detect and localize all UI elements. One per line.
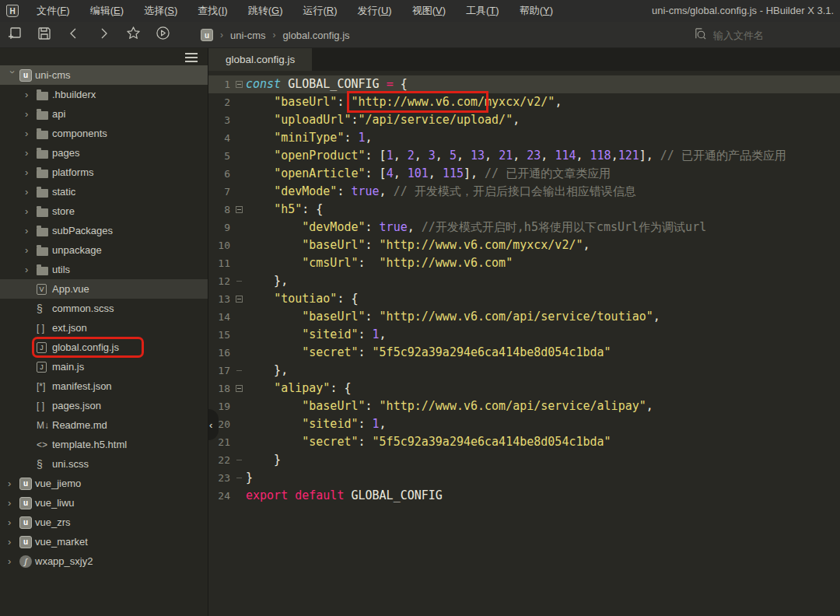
tree-item-global-config-js[interactable]: Jglobal.config.js <box>0 338 208 357</box>
code-line-4[interactable]: 4 "miniType": 1, <box>208 129 840 147</box>
project-vue-market[interactable]: ›uvue_market <box>0 532 208 551</box>
tree-item-store[interactable]: ›store <box>0 201 208 221</box>
chevron-right-icon[interactable]: › <box>8 497 19 509</box>
code-line-12[interactable]: 12 }, <box>208 272 840 290</box>
code-line-10[interactable]: 10 "baseUrl": "http://www.v6.com/myxcx/v… <box>208 236 840 254</box>
fold-marker[interactable] <box>232 380 246 397</box>
breadcrumb-project[interactable]: uni-cms <box>230 30 266 41</box>
code-line-13[interactable]: 13 "toutiao": { <box>208 290 840 308</box>
menu-item-edit[interactable]: 编辑(E) <box>80 0 134 22</box>
menu-item-tools[interactable]: 工具(T) <box>456 0 509 22</box>
menu-item-view[interactable]: 视图(V) <box>402 0 456 22</box>
fold-marker[interactable] <box>232 201 246 219</box>
menu-item-select[interactable]: 选择(S) <box>134 0 187 22</box>
code-line-20[interactable]: 20 "siteid": 1, <box>208 415 840 433</box>
fold-marker[interactable] <box>232 75 246 93</box>
code-line-8[interactable]: 8 "h5": { <box>208 201 840 219</box>
tree-item-utils[interactable]: ›utils <box>0 260 208 279</box>
chevron-right-icon[interactable]: › <box>8 536 19 548</box>
fold-marker[interactable] <box>232 362 246 380</box>
tab-global-config-js[interactable]: global.config.js <box>208 48 312 71</box>
search-input[interactable] <box>713 30 814 41</box>
chevron-right-icon[interactable]: › <box>25 89 37 100</box>
fold-marker[interactable] <box>232 469 246 487</box>
project-vue-liwu[interactable]: ›uvue_liwu <box>0 493 208 513</box>
chevron-right-icon[interactable]: › <box>25 205 37 217</box>
tree-item-template-h5-html[interactable]: <>template.h5.html <box>0 435 208 454</box>
code-line-15[interactable]: 15 "siteid": 1, <box>208 326 840 344</box>
code-line-9[interactable]: 9 "devMode": true, //开发模式开启时,h5将使用以下cmsU… <box>208 219 840 236</box>
breadcrumb-file[interactable]: global.config.js <box>283 30 350 41</box>
back-button[interactable] <box>59 22 89 48</box>
tree-item-static[interactable]: ›static <box>0 182 208 201</box>
tree-item-components[interactable]: ›components <box>0 124 208 143</box>
project-wxapp-sxjy2[interactable]: ›ʃwxapp_sxjy2 <box>0 551 208 571</box>
chevron-right-icon[interactable]: › <box>8 478 19 489</box>
tree-item-common-scss[interactable]: §common.scss <box>0 299 208 318</box>
tree-item-uni-scss[interactable]: §uni.scss <box>0 454 208 474</box>
code-line-14[interactable]: 14 "baseUrl": "http://www.v6.com/api/ser… <box>208 308 840 326</box>
code-line-3[interactable]: 3 "uploadUrl":"/api/service/upload/", <box>208 111 840 129</box>
menu-item-run[interactable]: 运行(R) <box>292 0 347 22</box>
chevron-right-icon[interactable]: › <box>25 166 37 178</box>
menu-item-file[interactable]: 文件(F) <box>26 0 80 22</box>
file-search[interactable] <box>694 26 834 44</box>
code-line-6[interactable]: 6 "openArticle": [4, 101, 115], // 已开通的文… <box>208 165 840 183</box>
save-button[interactable] <box>30 22 59 48</box>
fold-marker[interactable] <box>232 272 246 290</box>
forward-button[interactable] <box>89 22 118 48</box>
code-editor[interactable]: global.config.js 1const GLOBAL_CONFIG = … <box>208 48 840 616</box>
tree-item-main-js[interactable]: Jmain.js <box>0 357 208 376</box>
tree-item-api[interactable]: ›api <box>0 104 208 124</box>
tree-item-app-vue[interactable]: VApp.vue <box>0 279 208 299</box>
code-line-17[interactable]: 17 }, <box>208 362 840 380</box>
code-line-19[interactable]: 19 "baseUrl": "http://www.v6.com/api/ser… <box>208 397 840 415</box>
chevron-down-icon[interactable]: › <box>7 71 19 82</box>
tree-item-pages-json[interactable]: [ ]pages.json <box>0 396 208 415</box>
code-line-5[interactable]: 5 "openProduct": [1, 2, 3, 5, 13, 21, 23… <box>208 147 840 165</box>
favorite-button[interactable] <box>118 22 148 48</box>
menu-item-publish[interactable]: 发行(U) <box>348 0 402 22</box>
code-line-1[interactable]: 1const GLOBAL_CONFIG = { <box>208 75 840 93</box>
code-area[interactable]: 1const GLOBAL_CONFIG = {2 "baseUrl": "ht… <box>208 71 840 505</box>
menu-item-help[interactable]: 帮助(Y) <box>509 0 563 22</box>
code-line-18[interactable]: 18 "alipay": { <box>208 380 840 397</box>
chevron-right-icon[interactable]: › <box>25 225 37 236</box>
tree-item-ext-json[interactable]: [ ]ext.json <box>0 318 208 338</box>
sidebar-menu-button[interactable] <box>185 53 198 65</box>
chevron-right-icon[interactable]: › <box>25 128 37 139</box>
tree-root-uni-cms[interactable]: ›uuni-cms <box>0 65 208 85</box>
run-button[interactable] <box>148 22 177 48</box>
fold-marker[interactable] <box>232 290 246 308</box>
code-line-23[interactable]: 23} <box>208 469 840 487</box>
code-line-7[interactable]: 7 "devMode": true, // 开发模式，开启后接口会输出相应错误信… <box>208 183 840 201</box>
project-vue-jiemo[interactable]: ›uvue_jiemo <box>0 474 208 493</box>
chevron-right-icon[interactable]: › <box>8 555 19 567</box>
new-file-button[interactable] <box>0 22 30 48</box>
chevron-right-icon[interactable]: › <box>25 244 37 256</box>
menu-item-find[interactable]: 查找(I) <box>187 0 237 22</box>
tree-item-readme-md[interactable]: M↓Readme.md <box>0 415 208 435</box>
tree-item-manifest-json[interactable]: [*]manifest.json <box>0 376 208 396</box>
menu-item-goto[interactable]: 跳转(G) <box>238 0 293 22</box>
tree-item-subpackages[interactable]: ›subPackages <box>0 221 208 240</box>
tree-item-label: common.scss <box>52 303 114 314</box>
chevron-right-icon[interactable]: › <box>25 186 37 198</box>
code-line-11[interactable]: 11 "cmsUrl": "http://www.v6.com" <box>208 254 840 272</box>
chevron-right-icon[interactable]: › <box>25 264 37 275</box>
code-line-22[interactable]: 22 } <box>208 451 840 469</box>
code-line-24[interactable]: 24export default GLOBAL_CONFIG <box>208 487 840 505</box>
code-token: 121 <box>618 149 639 163</box>
code-line-2[interactable]: 2 "baseUrl": "http://www.v6.com/myxcx/v2… <box>208 93 840 111</box>
tree-item-platforms[interactable]: ›platforms <box>0 163 208 182</box>
project-vue-zrs[interactable]: ›uvue_zrs <box>0 513 208 532</box>
chevron-right-icon[interactable]: › <box>25 108 37 120</box>
fold-marker[interactable] <box>232 451 246 469</box>
tree-item--hbuilderx[interactable]: ›.hbuilderx <box>0 85 208 104</box>
code-line-16[interactable]: 16 "secret": "5f5c92a39a294e6ca414be8d05… <box>208 344 840 362</box>
chevron-right-icon[interactable]: › <box>8 516 19 528</box>
tree-item-pages[interactable]: ›pages <box>0 143 208 163</box>
code-line-21[interactable]: 21 "secret": "5f5c92a39a294e6ca414be8d05… <box>208 433 840 451</box>
tree-item-unpackage[interactable]: ›unpackage <box>0 240 208 260</box>
chevron-right-icon[interactable]: › <box>25 147 37 159</box>
